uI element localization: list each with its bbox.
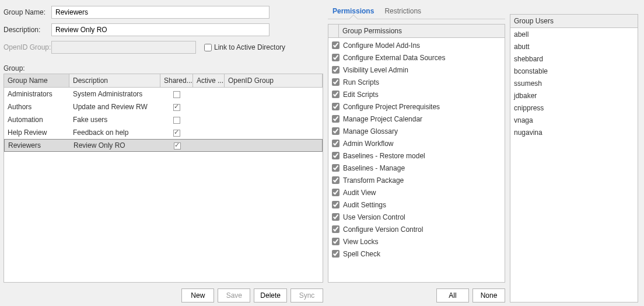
permission-checkbox[interactable] — [332, 115, 340, 123]
description-label: Description: — [4, 26, 51, 34]
table-row[interactable]: AdministratorsSystem Administrators — [4, 88, 323, 100]
permission-label: Configure Project Prerequisites — [343, 103, 440, 111]
col-group-name[interactable]: Group Name — [4, 74, 69, 87]
link-ad-checkbox[interactable] — [204, 44, 212, 51]
permission-label: Transform Package — [343, 176, 404, 185]
permission-label: Admin Workflow — [343, 140, 393, 148]
user-row[interactable]: cnippress — [510, 103, 638, 115]
tab-permissions[interactable]: Permissions — [331, 6, 375, 19]
col-active[interactable]: Active ... — [193, 74, 225, 87]
permission-checkbox[interactable] — [332, 91, 340, 98]
cell-shared[interactable] — [160, 114, 193, 125]
permission-item[interactable]: Configure Model Add-Ins — [328, 39, 505, 51]
permission-item[interactable]: View Locks — [328, 235, 505, 248]
permission-item[interactable]: Baselines - Manage — [328, 162, 505, 174]
permission-checkbox[interactable] — [332, 54, 340, 61]
cell-shared[interactable] — [160, 89, 193, 99]
permission-checkbox[interactable] — [332, 238, 340, 245]
openid-group-input — [51, 41, 196, 54]
table-row[interactable]: Help ReviewFeedback on help — [4, 126, 323, 139]
delete-button[interactable]: Delete — [254, 288, 287, 302]
user-row[interactable]: jdbaker — [510, 91, 638, 103]
permission-checkbox[interactable] — [332, 164, 340, 172]
permission-label: Manage Glossary — [343, 127, 398, 135]
cell-desc: Feedback on help — [69, 127, 160, 138]
permission-checkbox[interactable] — [332, 189, 340, 196]
col-openid[interactable]: OpenID Group — [225, 74, 323, 87]
user-row[interactable]: shebbard — [510, 54, 638, 66]
permission-item[interactable]: Configure Version Control — [328, 223, 505, 235]
sync-button[interactable]: Sync — [290, 288, 323, 302]
permission-checkbox[interactable] — [332, 213, 340, 221]
link-ad-label: Link to Active Directory — [214, 43, 285, 51]
cell-shared[interactable] — [160, 102, 193, 112]
permission-checkbox[interactable] — [332, 140, 340, 147]
user-row[interactable]: ssumesh — [510, 78, 638, 91]
permission-item[interactable]: Visibility Level Admin — [328, 64, 505, 76]
permission-checkbox[interactable] — [332, 78, 340, 86]
permission-checkbox[interactable] — [332, 66, 340, 74]
permission-item[interactable]: Use Version Control — [328, 211, 505, 223]
user-row[interactable]: bconstable — [510, 66, 638, 78]
permission-checkbox[interactable] — [332, 127, 340, 135]
permission-label: Audit Settings — [343, 201, 386, 209]
user-row[interactable]: vnaga — [510, 115, 638, 127]
permission-checkbox[interactable] — [332, 176, 340, 184]
user-row[interactable]: abutt — [510, 41, 638, 54]
groups-table[interactable]: Group Name Description Shared... Active … — [4, 74, 323, 283]
permission-label: Manage Project Calendar — [343, 115, 422, 123]
permission-label: Baselines - Manage — [343, 164, 405, 172]
table-row[interactable]: AutomationFake users — [4, 113, 323, 126]
permission-item[interactable]: Run Scripts — [328, 76, 505, 88]
permission-item[interactable]: Configure Project Prerequisites — [328, 100, 505, 113]
permission-label: Audit View — [343, 189, 376, 197]
permission-item[interactable]: Configure External Data Sources — [328, 51, 505, 64]
description-input[interactable] — [51, 23, 270, 36]
cell-shared[interactable] — [160, 127, 193, 138]
user-row[interactable]: abell — [510, 29, 638, 41]
permission-label: Configure Version Control — [343, 225, 423, 234]
permission-checkbox[interactable] — [332, 225, 340, 233]
cell-shared[interactable] — [161, 140, 194, 151]
table-row[interactable]: ReviewersReview Only RO — [4, 139, 323, 152]
permission-label: Visibility Level Admin — [343, 66, 408, 74]
permission-item[interactable]: Transform Package — [328, 174, 505, 186]
permission-item[interactable]: Manage Project Calendar — [328, 113, 505, 125]
permission-item[interactable]: Baselines - Restore model — [328, 149, 505, 162]
permission-label: Spell Check — [343, 250, 380, 258]
col-description[interactable]: Description — [69, 74, 160, 87]
cell-name: Authors — [4, 102, 69, 112]
permission-item[interactable]: Spell Check — [328, 248, 505, 260]
permission-item[interactable]: Edit Scripts — [328, 88, 505, 100]
col-shared[interactable]: Shared... — [160, 74, 193, 87]
cell-name: Administrators — [4, 89, 69, 99]
new-button[interactable]: New — [181, 288, 214, 302]
none-button[interactable]: None — [473, 288, 505, 302]
permission-item[interactable]: Admin Workflow — [328, 137, 505, 149]
permission-item[interactable]: Audit Settings — [328, 199, 505, 211]
permission-item[interactable]: Manage Glossary — [328, 125, 505, 137]
cell-desc: System Administrators — [69, 89, 160, 99]
group-permissions-header: Group Permissions — [339, 25, 505, 37]
cell-name: Automation — [4, 114, 69, 125]
cell-name: Reviewers — [5, 140, 70, 151]
permission-item[interactable]: Audit View — [328, 186, 505, 199]
tab-restrictions[interactable]: Restrictions — [383, 6, 422, 19]
group-name-input[interactable] — [51, 6, 270, 19]
permission-checkbox[interactable] — [332, 201, 340, 208]
cell-desc: Update and Review RW — [69, 102, 160, 112]
group-users-header: Group Users — [510, 15, 638, 28]
user-row[interactable]: nugavina — [510, 127, 638, 140]
all-button[interactable]: All — [436, 288, 469, 302]
permission-label: View Locks — [343, 238, 378, 246]
openid-group-label: OpenID Group: — [4, 43, 51, 51]
permission-label: Edit Scripts — [343, 91, 379, 99]
save-button[interactable]: Save — [218, 288, 250, 302]
group-section-label: Group: — [4, 64, 323, 72]
permission-checkbox[interactable] — [332, 152, 340, 159]
permission-checkbox[interactable] — [332, 41, 340, 49]
permission-label: Run Scripts — [343, 78, 379, 86]
table-row[interactable]: AuthorsUpdate and Review RW — [4, 100, 323, 113]
permission-checkbox[interactable] — [332, 103, 340, 110]
permission-checkbox[interactable] — [332, 250, 340, 258]
